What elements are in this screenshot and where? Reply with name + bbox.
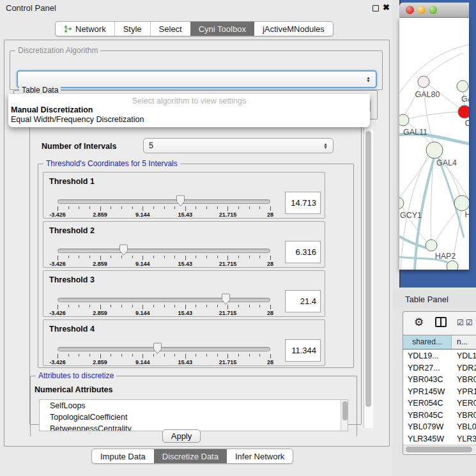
slider-tick-labels: -3.4262.8599.14415.4321.71528 [58,261,270,267]
column-header-shared-name[interactable]: shared... [403,335,452,349]
dropdown-option[interactable]: Manual Discretization [10,105,365,114]
tab-network[interactable]: Network [56,22,114,36]
table-row[interactable]: YDR27...YDR2 [403,362,476,374]
network-node[interactable] [418,76,429,88]
table-row[interactable]: YDL19...YDL1 [403,350,476,362]
float-window-icon[interactable] [372,5,379,12]
panel-scrollbar[interactable] [364,119,373,428]
network-node[interactable] [399,114,409,126]
spinner-arrows-icon: ▲▼ [366,76,371,82]
cell-shared-name[interactable]: YBR043C [403,374,452,386]
cell-name[interactable]: YPR1 [452,386,476,398]
slider-track[interactable] [58,347,270,351]
cell-shared-name[interactable]: YPR145W [403,386,452,398]
threshold-3-value[interactable]: 21.4 [285,290,321,312]
table-row[interactable]: YBR043CYBR0 [403,374,476,386]
apply-button[interactable]: Apply [162,429,201,443]
cell-name[interactable]: YBL0 [452,421,476,433]
threshold-4-value[interactable]: 11.344 [285,339,321,362]
slider-ticks [58,256,270,261]
scrollbar-thumb[interactable] [406,447,472,452]
network-node[interactable] [457,81,468,92]
tab-infer-network[interactable]: Infer Network [227,449,293,463]
network-node[interactable] [447,261,458,270]
tab-cyni-toolbox[interactable]: Cyni Toolbox [190,22,254,36]
algorithm-combobox[interactable]: ▲▼ [17,70,377,88]
num-intervals-combobox[interactable]: 5 ▲▼ [143,138,334,153]
tab-jactivemnodules[interactable]: jActiveMNodules [254,22,333,36]
cell-shared-name[interactable]: YBR045C [403,410,452,422]
attributes-scrollbar[interactable] [341,400,348,431]
cell-name[interactable]: YDR2 [452,362,476,374]
dropdown-placeholder: Select algorithm to view settings [8,96,370,105]
close-traffic-icon[interactable] [406,6,414,14]
table-row[interactable]: YBR045CYBR0 [403,410,476,422]
network-node[interactable] [458,105,469,118]
node-label: GAL80 [415,90,440,99]
slider-track[interactable] [58,249,270,253]
table-hscrollbar[interactable] [403,445,476,453]
threshold-4-slider[interactable]: -3.4262.8599.14415.4321.71528 [58,344,270,365]
cell-name[interactable]: YER0 [452,397,476,410]
table-row[interactable]: YBL079WYBL0 [403,421,476,433]
cell-name[interactable]: YLR3 [452,433,476,445]
minimize-traffic-icon[interactable] [417,6,426,14]
tick-label: 15.43 [169,211,201,218]
network-node[interactable] [399,197,404,209]
gear-icon[interactable]: ⚙ [414,316,424,329]
network-canvas[interactable]: GAL80GACGAL11GAL4GCY1HHAP2 [399,18,469,270]
threshold-1-value[interactable]: 14.713 [285,192,321,214]
slider-handle[interactable] [221,293,231,305]
attribute-item[interactable]: SelfLoops [40,400,348,411]
tab-select[interactable]: Select [150,22,190,36]
column-header-name[interactable]: n... [452,335,476,349]
threshold-3-slider[interactable]: -3.4262.8599.14415.4321.71528 [58,295,270,316]
numerical-attributes-list[interactable]: SelfLoopsTopologicalCoefficientBetweenne… [39,399,348,431]
zoom-traffic-icon[interactable] [429,6,437,14]
tick-label: 15.43 [169,359,201,365]
cell-shared-name[interactable]: YDR27... [403,362,452,374]
threshold-2-slider[interactable]: -3.4262.8599.14415.4321.71528 [58,246,270,266]
dropdown-option[interactable]: Equal Width/Frequency Discretization [10,115,365,124]
cell-shared-name[interactable]: YDL19... [403,350,452,362]
slider-track[interactable] [58,199,270,204]
thresholds-group: Threshold's Coordinates for 5 Intervals … [38,164,354,368]
network-node[interactable] [454,196,469,211]
cell-shared-name[interactable]: YBL079W [403,421,452,433]
tick-label: 28 [254,359,286,365]
table-row[interactable]: YER054CYER0 [403,397,476,410]
scrollbar-thumb[interactable] [342,401,348,420]
cell-name[interactable]: YBR0 [452,410,476,422]
cell-name[interactable]: YDL1 [452,350,476,362]
panel-title: Control Panel [6,3,56,13]
tick-label: 9.144 [127,211,158,218]
slider-handle[interactable] [119,244,128,256]
tab-label: Discretize Data [162,452,219,461]
tab-impute-data[interactable]: Impute Data [92,449,154,463]
tab-style[interactable]: Style [114,22,150,36]
slider-handle[interactable] [153,342,162,355]
tab-discretize-data[interactable]: Discretize Data [154,449,227,463]
slider-track[interactable] [58,298,270,302]
tick-label: 15.43 [169,261,201,267]
network-window-titlebar[interactable] [399,3,469,18]
cell-name[interactable]: YBR0 [452,374,476,386]
cell-shared-name[interactable]: YER054C [403,397,452,410]
network-node[interactable] [426,240,437,251]
table-panel-window: ⚙ ☑ ☑ shared... n... YDL19...YDL1YDR27..… [403,311,476,455]
scrollbar-thumb[interactable] [365,131,371,407]
threshold-1-slider[interactable]: -3.4262.8599.14415.4321.71528 [58,197,270,217]
table-row[interactable]: YPR145WYPR1 [403,386,476,398]
checkbox-icon[interactable]: ☑ [457,318,464,327]
slider-handle[interactable] [176,195,185,207]
close-icon[interactable]: ✖ [383,3,390,12]
threshold-2-value[interactable]: 6.316 [285,241,321,263]
table-row[interactable]: YLR345WYLR3 [403,433,476,445]
checkbox-icon[interactable]: ☑ [466,318,473,327]
cell-shared-name[interactable]: YLR345W [403,433,452,445]
split-columns-icon[interactable] [435,317,447,327]
network-node[interactable] [426,142,443,158]
attribute-item[interactable]: TopologicalCoefficient [40,411,348,423]
tab-label: Network [75,24,106,34]
num-intervals-value: 5 [149,141,153,150]
